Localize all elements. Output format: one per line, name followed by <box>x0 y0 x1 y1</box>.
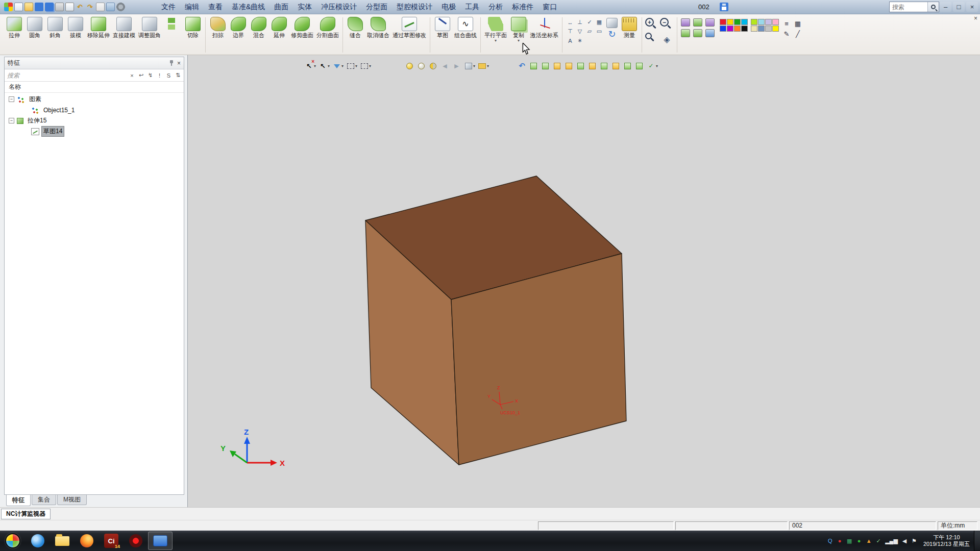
taskbar-app[interactable]: Ci 14 <box>99 532 124 550</box>
viewport-tool-button[interactable]: ↶ <box>517 61 527 70</box>
qat-icon[interactable] <box>96 3 105 11</box>
color-swatch[interactable] <box>741 19 748 25</box>
ribbon-button[interactable]: 移除延伸 <box>86 15 111 55</box>
display-mode-icon[interactable] <box>705 18 715 27</box>
tray-icon[interactable]: ▲ <box>866 538 872 544</box>
viewport-tool-button[interactable]: ▾ <box>332 61 344 70</box>
bounding-box-icon[interactable] <box>606 18 618 28</box>
measure-tool-icon[interactable]: A <box>566 36 575 45</box>
viewport-tool-button[interactable]: ◀ <box>440 61 450 70</box>
menu-item[interactable]: 实体 <box>293 1 316 14</box>
viewport-tool-button[interactable] <box>634 61 645 70</box>
measure-tool-icon[interactable]: ▽ <box>575 27 584 36</box>
color-swatch[interactable] <box>772 26 779 32</box>
zoom-tool-icon[interactable]: + <box>645 18 654 27</box>
color-swatch[interactable] <box>741 26 748 32</box>
ribbon-button[interactable]: 直接建模 <box>111 15 137 55</box>
zoom-tool-icon[interactable]: ◈ <box>660 33 674 46</box>
ribbon-button[interactable] <box>430 17 430 53</box>
color-swatch[interactable] <box>772 19 779 25</box>
viewport-tool-button[interactable]: ▾ <box>359 61 372 70</box>
taskbar-app[interactable] <box>50 532 75 550</box>
menu-item[interactable]: 型腔模设计 <box>392 1 437 14</box>
menu-item[interactable]: 分型面 <box>361 1 392 14</box>
viewport-canvas[interactable]: Z X Y UCS10_1 Z X Y <box>188 55 980 507</box>
rotate-view-icon[interactable]: ↻ <box>608 30 616 39</box>
panel-tab[interactable]: 集合 <box>32 495 56 505</box>
measure-tool-icon[interactable]: ∗ <box>575 36 584 45</box>
tray-icon[interactable]: ⚑ <box>911 538 917 544</box>
qat-icon[interactable] <box>106 3 115 11</box>
nc-monitor-tab[interactable]: NC计算监视器 <box>1 509 51 519</box>
tree-item[interactable]: 草图14 <box>5 126 184 137</box>
ribbon-button[interactable]: 圆角 <box>24 15 45 55</box>
ribbon-button[interactable] <box>480 17 481 53</box>
viewport-tool-button[interactable]: ▶ <box>452 61 462 70</box>
viewport-tool-button[interactable] <box>529 61 539 70</box>
color-swatch[interactable] <box>751 19 757 25</box>
ribbon-button[interactable]: 分割曲面 <box>315 15 340 55</box>
taskbar-app[interactable] <box>124 532 148 550</box>
qat-icon[interactable] <box>45 3 54 11</box>
menu-item[interactable]: 分析 <box>484 1 507 14</box>
menu-item[interactable]: 工具 <box>460 1 484 14</box>
minimize-button[interactable]: – <box>940 2 951 12</box>
qat-icon[interactable] <box>35 3 43 11</box>
ribbon-button[interactable]: 草图 <box>432 15 453 55</box>
viewport-tool-button[interactable] <box>564 61 574 70</box>
menu-item[interactable]: 查看 <box>204 1 227 14</box>
menu-item[interactable]: 冲压模设计 <box>316 1 361 14</box>
ribbon-button[interactable]: 调整圆角 <box>137 15 162 55</box>
clear-search-icon[interactable]: × <box>129 72 135 79</box>
viewport-tool-button[interactable]: ↖ ▾ <box>318 61 330 70</box>
taskbar-app[interactable] <box>148 532 173 550</box>
viewport-tool-button[interactable]: ↖ ▾ <box>304 61 316 70</box>
tray-icon[interactable]: ● <box>856 538 862 544</box>
zoom-tool-icon[interactable]: − <box>660 18 669 27</box>
viewport-tool-button[interactable] <box>611 61 621 70</box>
color-swatch[interactable] <box>727 19 733 25</box>
tray-icon[interactable]: Q <box>827 538 833 544</box>
viewport-tool-button[interactable] <box>623 61 633 70</box>
color-swatch[interactable] <box>720 26 726 32</box>
measure-tool-icon[interactable]: ▭ <box>595 27 604 36</box>
menu-item[interactable]: 标准件 <box>507 1 538 14</box>
tree-filter-icon[interactable]: ⇅ <box>175 72 181 79</box>
ribbon-button[interactable]: 斜角 <box>45 15 65 55</box>
qat-icon[interactable]: ↶ <box>76 3 84 11</box>
qat-icon[interactable] <box>14 3 23 11</box>
display-mode-icon[interactable] <box>705 29 715 37</box>
viewport-tool-button[interactable]: ▾ <box>463 61 476 70</box>
taskbar-clock[interactable]: 下午 12:10 2019/12/13 星期五 <box>919 534 974 547</box>
ribbon-button[interactable]: 混合 <box>249 15 269 55</box>
menu-item[interactable]: 电极 <box>437 1 460 14</box>
measure-tool-icon[interactable]: ↔ <box>566 18 575 27</box>
viewport-tool-button[interactable]: ✓ ▾ <box>646 61 658 70</box>
qat-icon[interactable] <box>116 3 125 11</box>
show-desktop-button[interactable] <box>974 531 980 551</box>
color-swatch[interactable] <box>734 26 741 32</box>
display-mode-icon[interactable] <box>681 29 690 37</box>
ribbon-button[interactable]: 通过草图修改 <box>391 15 428 55</box>
tree-search-input[interactable] <box>7 72 126 79</box>
display-mode-icon[interactable] <box>693 29 702 37</box>
start-button[interactable] <box>5 533 20 548</box>
ribbon-button[interactable] <box>162 15 183 55</box>
ribbon-button[interactable] <box>342 17 343 53</box>
measure-tool-icon[interactable]: ⊥ <box>575 18 584 27</box>
tree-filter-icon[interactable]: ↯ <box>147 72 154 79</box>
color-swatch[interactable] <box>720 19 726 25</box>
display-mode-icon[interactable] <box>693 18 702 27</box>
tray-icon[interactable]: ✓ <box>875 538 881 544</box>
menu-item[interactable]: 基准&曲线 <box>227 1 270 14</box>
ribbon-button[interactable]: 扫掠 <box>208 15 228 55</box>
menu-item[interactable]: 曲面 <box>270 1 293 14</box>
color-swatch[interactable] <box>765 19 772 25</box>
tree-item[interactable]: − 图素 <box>5 94 184 105</box>
color-swatch[interactable] <box>727 26 733 32</box>
qat-icon[interactable] <box>24 3 33 11</box>
tree-filter-icon[interactable]: ↩ <box>138 72 144 79</box>
ribbon-button[interactable]: 边界 <box>228 15 249 55</box>
menu-item[interactable]: 窗口 <box>538 1 561 14</box>
display-mode-icon[interactable] <box>681 18 690 27</box>
